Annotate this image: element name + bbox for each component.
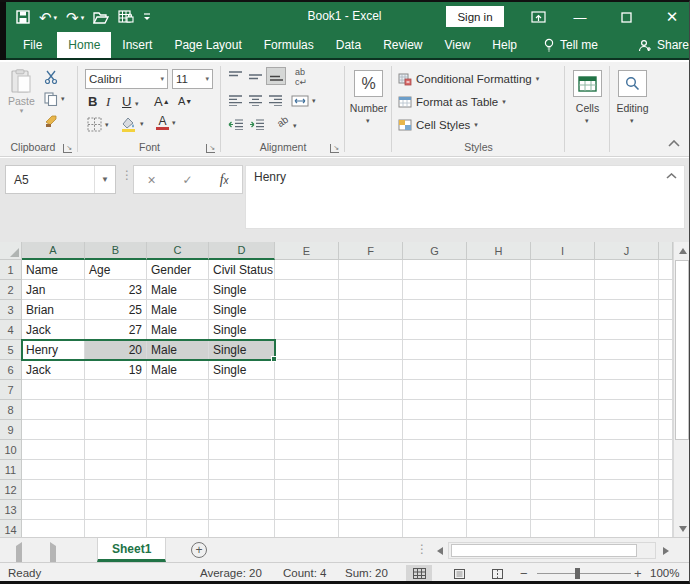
cell-G12[interactable] <box>403 480 467 500</box>
maximize-button[interactable] <box>612 2 640 32</box>
column-header-E[interactable]: E <box>275 242 339 260</box>
cell-F12[interactable] <box>339 480 403 500</box>
row-header-1[interactable]: 1 <box>0 260 22 280</box>
cell-B7[interactable] <box>85 380 147 400</box>
scroll-down-icon[interactable] <box>674 520 690 537</box>
cell-J14[interactable] <box>595 520 659 537</box>
number-format-label[interactable]: Number <box>345 102 392 114</box>
scroll-up-icon[interactable] <box>674 242 690 259</box>
cell-H8[interactable] <box>467 400 531 420</box>
cell-E6[interactable] <box>275 360 339 380</box>
cell-G1[interactable] <box>403 260 467 280</box>
enter-formula-icon[interactable]: ✓ <box>183 173 193 187</box>
underline-button[interactable]: U <box>122 94 131 109</box>
cell-C9[interactable] <box>147 420 209 440</box>
zoom-level[interactable]: 100% <box>650 567 679 579</box>
cell-F1[interactable] <box>339 260 403 280</box>
cell-D14[interactable] <box>209 520 275 537</box>
minimize-button[interactable]: — <box>566 2 594 32</box>
decrease-font-size-button[interactable]: A▼ <box>178 95 192 107</box>
middle-align-button[interactable] <box>248 71 263 82</box>
cell-B12[interactable] <box>85 480 147 500</box>
column-header-D[interactable]: D <box>209 242 275 260</box>
cell-J8[interactable] <box>595 400 659 420</box>
merge-dropdown-icon[interactable]: ▾ <box>312 97 316 105</box>
align-right-button[interactable] <box>268 95 283 106</box>
cell-partial[interactable] <box>659 360 673 380</box>
cell-H14[interactable] <box>467 520 531 537</box>
cell-D7[interactable] <box>209 380 275 400</box>
tab-review[interactable]: Review <box>372 32 433 58</box>
cell-H10[interactable] <box>467 440 531 460</box>
cell-I9[interactable] <box>531 420 595 440</box>
cell-F10[interactable] <box>339 440 403 460</box>
cell-A6[interactable]: Jack <box>22 360 85 380</box>
formula-bar-resize-handle[interactable]: ⋮ <box>121 168 133 182</box>
ribbon-display-options-button[interactable] <box>524 2 552 32</box>
cell-H4[interactable] <box>467 320 531 340</box>
close-button[interactable]: ✕ <box>658 2 686 32</box>
paste-button[interactable]: Paste ▾ <box>8 69 35 115</box>
cell-D10[interactable] <box>209 440 275 460</box>
cell-A14[interactable] <box>22 520 85 537</box>
cell-I7[interactable] <box>531 380 595 400</box>
name-box-dropdown-icon[interactable]: ▼ <box>94 166 115 193</box>
cell-C7[interactable] <box>147 380 209 400</box>
cell-E2[interactable] <box>275 280 339 300</box>
vertical-scroll-thumb[interactable] <box>675 260 689 440</box>
cell-partial[interactable] <box>659 480 673 500</box>
cell-J10[interactable] <box>595 440 659 460</box>
cell-H5[interactable] <box>467 340 531 360</box>
tab-formulas[interactable]: Formulas <box>253 32 325 58</box>
row-header-4[interactable]: 4 <box>0 320 22 340</box>
cell-D11[interactable] <box>209 460 275 480</box>
cell-D6[interactable]: Single <box>209 360 275 380</box>
increase-font-size-button[interactable]: A▲ <box>154 94 170 109</box>
horizontal-scrollbar[interactable] <box>448 542 656 559</box>
cell-H13[interactable] <box>467 500 531 520</box>
cell-B2[interactable]: 23 <box>85 280 147 300</box>
increase-indent-button[interactable] <box>249 119 265 130</box>
cell-B13[interactable] <box>85 500 147 520</box>
cell-I1[interactable] <box>531 260 595 280</box>
cell-F13[interactable] <box>339 500 403 520</box>
cell-G4[interactable] <box>403 320 467 340</box>
align-left-button[interactable] <box>228 95 243 106</box>
fill-handle[interactable] <box>271 356 277 362</box>
cell-B9[interactable] <box>85 420 147 440</box>
row-header-5[interactable]: 5 <box>0 340 22 360</box>
collapse-ribbon-icon[interactable] <box>668 140 680 147</box>
cell-partial[interactable] <box>659 380 673 400</box>
formula-input[interactable]: Henry <box>245 165 685 229</box>
wrap-text-button[interactable]: abc↵ <box>295 67 307 87</box>
row-header-14[interactable]: 14 <box>0 520 22 537</box>
font-dialog-launcher[interactable]: ↘ <box>206 144 215 153</box>
number-dropdown-icon[interactable]: ▾ <box>366 117 370 125</box>
tab-share[interactable]: Share <box>627 32 690 58</box>
cell-E1[interactable] <box>275 260 339 280</box>
column-header-H[interactable]: H <box>467 242 531 260</box>
cell-J12[interactable] <box>595 480 659 500</box>
horizontal-scroll-thumb[interactable] <box>451 544 637 557</box>
cell-D1[interactable]: Civil Status <box>209 260 275 280</box>
cell-J7[interactable] <box>595 380 659 400</box>
cell-D2[interactable]: Single <box>209 280 275 300</box>
cell-D13[interactable] <box>209 500 275 520</box>
cell-G11[interactable] <box>403 460 467 480</box>
cell-J2[interactable] <box>595 280 659 300</box>
cell-H3[interactable] <box>467 300 531 320</box>
cell-G8[interactable] <box>403 400 467 420</box>
tab-bar-resize-handle[interactable]: ⋮ <box>416 542 428 556</box>
sheet-tab-active[interactable]: Sheet1 <box>97 538 166 562</box>
column-header-G[interactable]: G <box>403 242 467 260</box>
cell-F7[interactable] <box>339 380 403 400</box>
cell-G6[interactable] <box>403 360 467 380</box>
cell-G14[interactable] <box>403 520 467 537</box>
cell-I10[interactable] <box>531 440 595 460</box>
cell-H7[interactable] <box>467 380 531 400</box>
cell-H12[interactable] <box>467 480 531 500</box>
cell-G9[interactable] <box>403 420 467 440</box>
column-header-I[interactable]: I <box>531 242 595 260</box>
editing-button[interactable] <box>618 70 647 97</box>
copy-button[interactable]: ▾ <box>44 92 65 106</box>
